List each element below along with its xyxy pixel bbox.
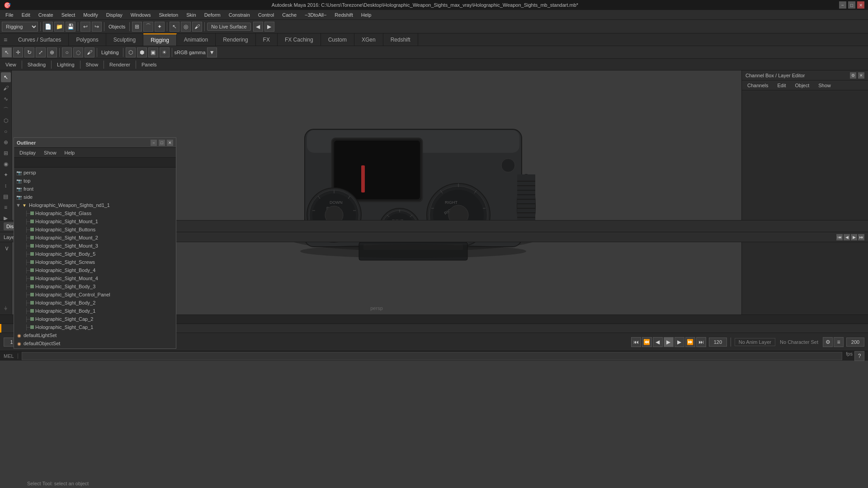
select-tool-button[interactable]: ↖ [170,22,179,32]
snap-point-button[interactable]: ✦ [155,22,165,32]
goto-end-button[interactable]: ⏭ [696,337,706,347]
live-surface-left[interactable]: ◀ [253,22,263,32]
live-surface-right[interactable]: ▶ [264,22,274,32]
soft-select-button[interactable]: ○ [62,47,72,57]
select-tool-icon[interactable]: ↖ [1,72,11,82]
menu-item-file[interactable]: File [2,11,17,19]
panels-vt-button[interactable]: Panels [139,61,160,68]
outliner-item[interactable]: ├─Holographic_Sight_Cap_2 [14,315,176,323]
step-fwd-button[interactable]: ⏩ [685,337,695,347]
lasso-button[interactable]: ◎ [181,22,191,32]
snap-grid-button[interactable]: ⊞ [132,22,142,32]
layer-nav-next[interactable]: ▶ [851,234,857,240]
minimize-button[interactable]: − [839,1,846,9]
outliner-item[interactable]: 📷persp [14,169,176,177]
outliner-item[interactable]: ├─Holographic_Sight_Mount_1 [14,217,176,225]
open-file-button[interactable]: 📁 [54,22,64,32]
shading-menu-button[interactable]: Shading [25,61,48,68]
texture-button[interactable]: ▣ [148,47,158,57]
color-settings-button[interactable]: ▼ [207,47,217,57]
menu-item-skeleton[interactable]: Skeleton [155,11,182,19]
save-file-button[interactable]: 💾 [66,22,75,32]
layer-nav-prev[interactable]: ◀ [844,234,850,240]
channels-tab[interactable]: Channels [745,82,770,89]
lighting-vt-button[interactable]: Lighting [54,61,77,68]
lassosel-button[interactable]: ◌ [73,47,83,57]
menu-item-create[interactable]: Create [35,11,57,19]
menu-item-dtoall[interactable]: −3DtoAll− [301,11,330,19]
undo-button[interactable]: ↩ [80,22,90,32]
outliner-search-input[interactable] [14,158,176,168]
menu-item-select[interactable]: Select [58,11,79,19]
view-menu-button[interactable]: View [3,61,19,68]
anim-layer-icon2[interactable]: ≡ [834,337,844,347]
module-tab-rigging[interactable]: Rigging [143,33,177,46]
rp-close-button[interactable]: ✕ [858,72,864,79]
range-end-input[interactable] [709,338,727,347]
joint-icon[interactable]: ✦ [1,170,11,180]
rp-settings-button[interactable]: ⚙ [850,72,856,79]
object-tab[interactable]: Object [793,82,811,89]
outliner-item[interactable]: ├─Holographic_Sight_Body_5 [14,250,176,258]
show-tab[interactable]: Show [816,82,833,89]
layer-nav-next-next[interactable]: ⏭ [858,234,864,240]
layer-nav-prev-prev[interactable]: ⏮ [836,234,843,240]
menu-item-help[interactable]: Help [358,11,375,19]
outliner-item[interactable]: ├─Holographic_Sight_Buttons [14,225,176,234]
module-tab-xgen[interactable]: XGen [354,33,383,46]
cluster-icon[interactable]: ⊕ [1,137,11,147]
outliner-item[interactable]: ├─Holographic_Sight_Cap_1 [14,323,176,331]
outliner-close[interactable]: ✕ [167,140,173,146]
ep-curve-icon[interactable]: ⌒ [1,105,11,115]
module-tab-redshift[interactable]: Redshift [383,33,418,46]
module-tab-animation[interactable]: Animation [177,33,216,46]
outliner-minimize[interactable]: − [151,140,157,146]
menu-item-windows[interactable]: Windows [127,11,155,19]
outliner-item[interactable]: ├─Holographic_Sight_Glass [14,209,176,217]
outliner-item[interactable]: 📷side [14,193,176,201]
outliner-item[interactable]: ├─Holographic_Sight_Screws [14,258,176,266]
outliner-item[interactable]: ├─Holographic_Sight_Body_4 [14,266,176,274]
range-max-input[interactable] [846,338,864,347]
menu-item-constrain[interactable]: Constrain [225,11,254,19]
ik-icon[interactable]: ↕ [1,181,11,191]
rotate-button[interactable]: ↻ [24,47,34,57]
module-tab-rendering[interactable]: Rendering [216,33,255,46]
module-tab-custom[interactable]: Custom [321,33,354,46]
menu-item-skin[interactable]: Skin [183,11,199,19]
outliner-item[interactable]: ▼▼Holographic_Weapon_Sights_nd1_1 [14,201,176,209]
mel-input[interactable] [22,352,843,360]
universal-button[interactable]: ⊕ [47,47,57,57]
menu-item-redshift[interactable]: Redshift [331,11,356,19]
module-tab-fxcaching[interactable]: FX Caching [278,33,321,46]
mode-selector[interactable]: Rigging [2,22,38,32]
menu-item-deform[interactable]: Deform [201,11,224,19]
paint-select-button[interactable]: 🖌 [192,22,202,32]
menu-item-control[interactable]: Control [255,11,278,19]
outliner-item[interactable]: ├─Holographic_Sight_Body_2 [14,299,176,307]
new-file-button[interactable]: 📄 [43,22,53,32]
lattice-icon[interactable]: ⊞ [1,148,11,158]
snap-curve-button[interactable]: ⌒ [143,22,153,32]
outliner-item[interactable]: ├─Holographic_Sight_Mount_4 [14,274,176,282]
outliner-item[interactable]: ├─Holographic_Sight_Body_1 [14,307,176,315]
cage-icon[interactable]: ⬡ [1,116,11,126]
sculpt-icon[interactable]: ◉ [1,159,11,169]
anim-layer-icon1[interactable]: ⚙ [823,337,833,347]
skinweight-icon[interactable]: ▤ [1,192,11,202]
wireframe-button[interactable]: ⬡ [126,47,136,57]
menu-item-modify[interactable]: Modify [80,11,101,19]
next-frame-button[interactable]: ▶ [675,337,684,347]
module-tab-sculpting[interactable]: Sculpting [106,33,143,46]
goto-start-button[interactable]: ⏮ [631,337,641,347]
close-button[interactable]: ✕ [857,1,864,9]
help-button[interactable]: ? [854,351,864,361]
prev-frame-button[interactable]: ◀ [653,337,663,347]
outliner-item[interactable]: ├─Holographic_Sight_Mount_2 [14,234,176,242]
light-button[interactable]: ☀ [160,47,170,57]
select-button[interactable]: ↖ [2,47,12,57]
menu-item-edit[interactable]: Edit [18,11,34,19]
layer-visibility[interactable]: V [4,246,10,252]
outliner-help-menu[interactable]: Help [61,149,79,156]
outliner-item[interactable]: ◉defaultObjectSet [14,339,176,347]
